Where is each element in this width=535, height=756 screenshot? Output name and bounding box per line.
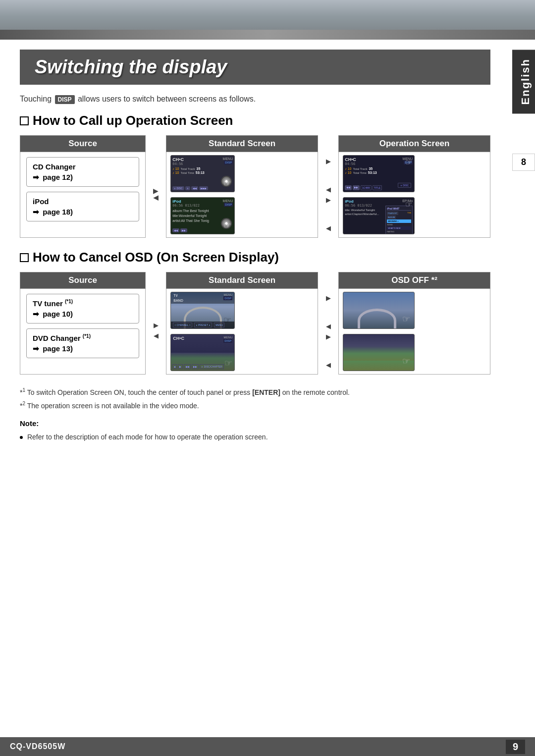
disp-badge: DISP bbox=[55, 95, 75, 104]
dvd-osd-row: ☞ bbox=[343, 334, 486, 371]
section1-operation-cell: CH•C 04:56 MENU DISP bbox=[339, 152, 490, 238]
tv-osd-row: ☞ bbox=[343, 292, 486, 329]
source-dvd-label: DVD Changer (*1) bbox=[33, 334, 91, 342]
arrow-col-3: ▶ ◀ bbox=[146, 289, 166, 375]
bullet-icon bbox=[20, 436, 23, 439]
dvd-standard-screen: CH•C MENU DISP bbox=[170, 334, 235, 371]
cd-standard-screen: CH•C 04:56 MENU DISP bbox=[170, 155, 235, 192]
section1-source-cell: CD Changer ➡ page 12) iPod ➡ page 18) bbox=[20, 152, 146, 238]
col-source-header: Source bbox=[20, 136, 146, 152]
page-number: 9 bbox=[506, 740, 525, 754]
page-title: Switching the display bbox=[35, 56, 476, 78]
cd-operation-screen: CH•C 04:56 MENU DISP bbox=[343, 155, 415, 192]
section1-checkbox-icon bbox=[20, 116, 29, 125]
top-banner bbox=[0, 0, 535, 40]
title-bar: Switching the display bbox=[20, 50, 490, 85]
note-section: Note: Refer to the description of each m… bbox=[20, 418, 490, 442]
back-arrow-2: ◀ bbox=[326, 186, 331, 193]
forward-arrow-3: ▶ bbox=[326, 196, 331, 204]
source-entry-ipod: iPod ➡ page 18) bbox=[26, 192, 139, 221]
source-ipod-label: iPod bbox=[33, 197, 49, 206]
intro-paragraph: Touching DISP allows users to switch bet… bbox=[20, 95, 490, 104]
ipod-standard-screen: iPod 06:56 013/022 MENU DISP al bbox=[170, 197, 235, 234]
arrow-col-4: ▶ ◀ ▶ ◀ bbox=[318, 289, 339, 375]
section1-heading: How to Call up Operation Screen bbox=[20, 113, 490, 128]
col2-osd-header: OSD OFF *² bbox=[339, 272, 490, 289]
source-entry-tv: TV tuner (*1) ➡ page 10) bbox=[26, 294, 139, 324]
source-ipod-sub: ➡ page 18) bbox=[33, 208, 73, 216]
col-operation-header: Operation Screen bbox=[339, 136, 490, 152]
section2-osd-cell: ☞ ☞ bbox=[339, 289, 490, 375]
section2-source-cell: TV tuner (*1) ➡ page 10) DVD Changer (*1… bbox=[20, 289, 146, 375]
forward-arrow-6: ▶ bbox=[326, 333, 331, 340]
col2-source-header: Source bbox=[20, 272, 146, 289]
cd-operation-row: CH•C 04:56 MENU DISP bbox=[343, 155, 486, 192]
source-entry-dvd: DVD Changer (*1) ➡ page 13) bbox=[26, 328, 139, 358]
tv-osd-screen: ☞ bbox=[343, 292, 415, 329]
section-number: 8 bbox=[512, 154, 535, 171]
section2-heading: How to Cancel OSD (On Screen Display) bbox=[20, 250, 490, 265]
main-content: Switching the display Touching DISP allo… bbox=[0, 40, 510, 452]
bottom-bar: CQ-VD6505W 9 bbox=[0, 737, 535, 756]
cd-standard-row: CH•C 04:56 MENU DISP bbox=[170, 155, 314, 192]
back-arrow-4: ◀ bbox=[154, 332, 159, 339]
section2-checkbox-icon bbox=[20, 253, 29, 262]
back-arrow-5: ◀ bbox=[326, 323, 331, 330]
model-name: CQ-VD6505W bbox=[10, 742, 65, 751]
note-title: Note: bbox=[20, 418, 490, 430]
col2-standard-header: Standard Screen bbox=[166, 272, 318, 289]
arrow-col-1: ▶ ▶ bbox=[146, 152, 166, 238]
tv-standard-screen: TV MENU DISP BAND < CHANNEL > ∨ PR bbox=[170, 292, 235, 329]
section1-standard-cell: CH•C 04:56 MENU DISP bbox=[166, 152, 318, 238]
ipod-operation-screen: iPod 06:56 013/022 EP/Mo title: Wonderfu… bbox=[343, 197, 415, 234]
ipod-operation-row: iPod 06:56 013/022 EP/Mo title: Wonderfu… bbox=[343, 197, 486, 234]
forward-arrow-2: ▶ bbox=[326, 158, 331, 165]
footnote-2: *2 The operation screen is not available… bbox=[20, 400, 490, 411]
source-cd-sub: ➡ page 12) bbox=[33, 173, 73, 181]
source-tv-sub: ➡ page 10) bbox=[33, 310, 73, 318]
source-tv-label: TV tuner (*1) bbox=[33, 299, 73, 308]
section1-table: Source Standard Screen Operation Screen … bbox=[20, 135, 490, 238]
forward-arrow-4: ▶ bbox=[154, 322, 159, 329]
tv-standard-row: TV MENU DISP BAND < CHANNEL > ∨ PR bbox=[170, 292, 314, 329]
col-standard-header: Standard Screen bbox=[166, 136, 318, 152]
forward-arrow-1: ▶ bbox=[153, 187, 159, 194]
back-arrow-6: ◀ bbox=[326, 361, 331, 369]
note-item-1: Refer to the description of each mode fo… bbox=[20, 432, 490, 442]
forward-arrow-5: ▶ bbox=[326, 294, 331, 302]
source-cd-label: CD Changer bbox=[33, 162, 76, 171]
section2-standard-cell: TV MENU DISP BAND < CHANNEL > ∨ PR bbox=[166, 289, 318, 375]
back-arrow-3: ◀ bbox=[326, 224, 331, 232]
section2-table: Source Standard Screen OSD OFF *² TV tun… bbox=[20, 272, 490, 375]
dvd-osd-screen: ☞ bbox=[343, 334, 415, 371]
source-dvd-sub: ➡ page 13) bbox=[33, 344, 73, 353]
language-tab: English bbox=[512, 50, 535, 113]
footnotes: *1 To switch Operation Screen ON, touch … bbox=[20, 386, 490, 411]
arrow-col-2: ▶ ◀ ▶ ◀ bbox=[318, 152, 339, 238]
source-entry-cd: CD Changer ➡ page 12) bbox=[26, 157, 139, 187]
footnote-1: *1 To switch Operation Screen ON, touch … bbox=[20, 386, 490, 398]
dvd-standard-row: CH•C MENU DISP bbox=[170, 334, 314, 371]
ipod-standard-row: iPod 06:56 013/022 MENU DISP al bbox=[170, 197, 314, 234]
back-arrow-1: ▶ bbox=[153, 195, 159, 202]
